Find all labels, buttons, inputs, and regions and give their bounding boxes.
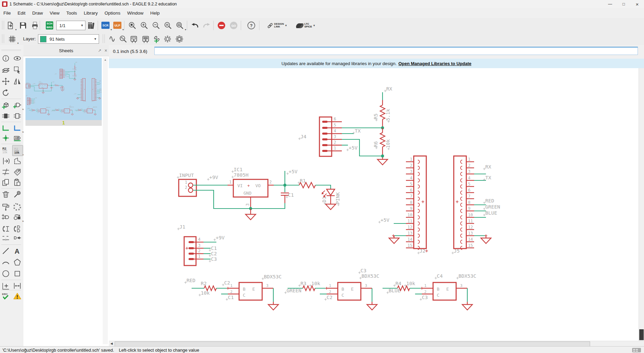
add-gate-tool[interactable]: ▾ [12, 100, 22, 110]
meter-button[interactable] [129, 34, 139, 44]
replace-tool[interactable] [1, 111, 11, 121]
open-managed-libraries-link[interactable]: Open Managed Libraries to Update [398, 61, 471, 66]
ltspice-button[interactable]: LTCSPICE ▾ [292, 20, 318, 31]
toolbar-grip[interactable] [103, 34, 105, 43]
open-new-button[interactable]: ▾ [5, 20, 15, 31]
name-tool[interactable]: R210k [1, 145, 11, 155]
menu-edit[interactable]: Edit [14, 11, 29, 16]
attribute-tool[interactable] [12, 167, 22, 177]
library-button[interactable] [86, 20, 96, 31]
paste-tool[interactable] [12, 177, 22, 188]
simulate-button[interactable] [107, 34, 117, 44]
mirror-tool[interactable] [12, 76, 22, 86]
pinswap-tool[interactable] [1, 224, 11, 234]
info-tool[interactable] [1, 53, 11, 63]
rect-tool[interactable] [12, 269, 22, 279]
change-tool[interactable] [12, 189, 22, 199]
go-button[interactable]: GO [229, 20, 239, 31]
erc-tool[interactable]: ERC [1, 291, 11, 301]
status-grid-icon[interactable] [632, 348, 641, 353]
toolbar-grip[interactable] [2, 21, 4, 30]
close-button[interactable]: × [630, 0, 644, 8]
text-tool[interactable]: A [12, 246, 22, 256]
menu-draw[interactable]: Draw [29, 11, 46, 16]
vertex-tool[interactable] [12, 202, 22, 212]
split-tool[interactable] [1, 167, 11, 177]
vertical-scrollbar-thumb[interactable] [639, 329, 644, 340]
spice-settings-button[interactable] [162, 34, 173, 44]
save-button[interactable] [18, 20, 28, 31]
add-model-button[interactable] [152, 34, 162, 44]
line-tool[interactable] [1, 246, 11, 256]
sheets-scrollbar[interactable]: ▲ [103, 57, 108, 344]
menu-tools[interactable]: Tools [63, 11, 81, 16]
undo-button[interactable] [190, 20, 200, 31]
meter-alt-button[interactable] [141, 34, 151, 44]
script-button[interactable]: SCR▾ [100, 20, 111, 31]
menu-window[interactable]: Window [124, 11, 147, 16]
paint-tool[interactable] [1, 202, 11, 212]
sheet-selector[interactable]: 1/1▼ [56, 21, 85, 30]
ulp-button[interactable]: ULP▾ [112, 20, 122, 31]
zoom-select-button[interactable] [127, 20, 137, 31]
connect-pins-tool[interactable] [1, 233, 11, 243]
menu-file[interactable]: File [0, 11, 14, 16]
bus-tool[interactable]: ▾ [12, 123, 22, 133]
copy-gate-tool[interactable] [1, 212, 11, 222]
menu-view[interactable]: View [46, 11, 63, 16]
group-select-tool[interactable] [12, 65, 22, 75]
arc-tool[interactable] [1, 257, 11, 267]
stop-button[interactable] [216, 20, 227, 31]
erc-errors-tool[interactable] [12, 291, 22, 301]
horizontal-scrollbar-thumb[interactable] [115, 341, 590, 347]
close-icon[interactable]: × [103, 48, 109, 53]
add-part-tool[interactable] [1, 100, 11, 110]
invoke-tool[interactable] [1, 156, 11, 166]
junction-tool[interactable] [1, 133, 11, 143]
menu-help[interactable]: Help [147, 11, 163, 16]
print-button[interactable] [30, 20, 40, 31]
gate-connect-tool[interactable] [12, 233, 22, 243]
help-button[interactable]: ? [246, 20, 256, 31]
menu-library[interactable]: Library [80, 11, 101, 16]
value-tool[interactable]: R210k▾ [12, 145, 23, 156]
sch-brd-toggle-button[interactable]: SCHBRD [44, 20, 55, 31]
sheet-thumbnail[interactable] [25, 58, 102, 120]
rotate-tool[interactable] [1, 88, 11, 98]
label-tool[interactable]: AB [12, 133, 22, 143]
layer-selector[interactable]: 91 Nets ▼ [38, 34, 99, 44]
menu-options[interactable]: Options [101, 11, 124, 16]
grid-button[interactable]: ▾ [7, 34, 17, 44]
package-tool[interactable] [12, 111, 22, 121]
toolbar-grip[interactable] [2, 34, 4, 43]
delete-tool[interactable] [1, 189, 11, 199]
maximize-button[interactable]: □ [617, 0, 630, 8]
gateswap-tool[interactable] [12, 224, 22, 234]
zoom-fit-button[interactable] [163, 20, 173, 31]
zoom-redraw-button[interactable]: ▾ [175, 20, 185, 31]
measure-tool[interactable] [12, 281, 22, 291]
sheet-number-band[interactable]: 1 [25, 120, 102, 126]
vertical-scrollbar[interactable] [639, 68, 644, 341]
zoom-in-button[interactable] [139, 20, 149, 31]
polygon-shape-tool[interactable] [12, 257, 22, 267]
redo-button[interactable] [201, 20, 212, 31]
popout-icon[interactable]: ↗ [97, 48, 103, 53]
polygon-tool[interactable] [12, 156, 22, 166]
scroll-left-icon[interactable]: ◀ [109, 341, 114, 346]
schematic-canvas[interactable] [109, 68, 644, 341]
copy-tool[interactable] [1, 177, 11, 188]
move-tool[interactable] [1, 76, 11, 86]
swap-tool[interactable]: ▾ [12, 212, 22, 222]
display-tool[interactable] [12, 53, 22, 63]
layer-settings-tool[interactable] [1, 65, 11, 75]
zoom-out-button[interactable] [151, 20, 161, 31]
net-tool[interactable] [1, 123, 11, 133]
circle-tool[interactable] [1, 269, 11, 279]
command-input[interactable] [154, 47, 638, 55]
horizontal-scrollbar[interactable]: ◀ [109, 341, 644, 347]
probe-button[interactable] [118, 34, 128, 44]
dimension-tool[interactable] [1, 281, 11, 291]
minimize-button[interactable]: — [603, 0, 617, 8]
design-link-button[interactable]: DESIGNLINK ▾ [264, 20, 290, 31]
